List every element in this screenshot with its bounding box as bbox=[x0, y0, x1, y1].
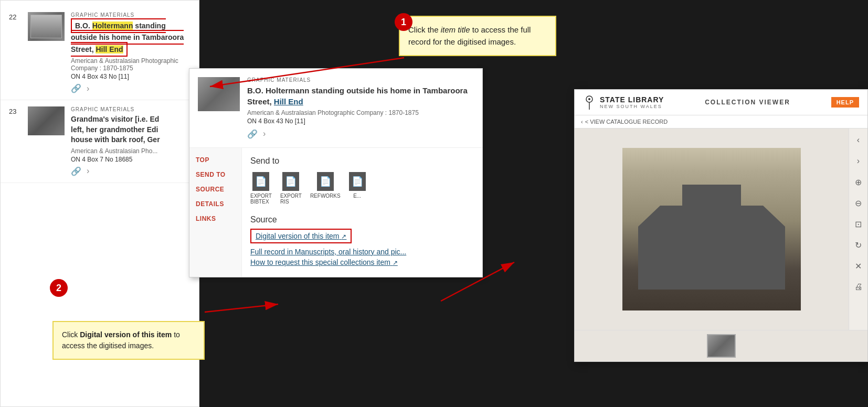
catalogue-header-actions: 🔗 › bbox=[247, 129, 474, 139]
catalogue-header: GRAPHIC MATERIALS B.O. Holtermann standi… bbox=[189, 69, 482, 148]
search-result-22: 22 GRAPHIC MATERIALS B.O. Holtermann sta… bbox=[1, 6, 199, 100]
chevron-icon-23[interactable]: › bbox=[87, 166, 89, 176]
catalogue-title-link[interactable]: Hill End bbox=[274, 97, 303, 106]
request-item-link[interactable]: How to request this special collections … bbox=[250, 258, 474, 266]
nav-source[interactable]: SOURCE bbox=[196, 186, 235, 193]
export-ris-icon: 📄 bbox=[282, 172, 299, 191]
result-title-23[interactable]: Grandma's visitor [i.e. Edleft, her gran… bbox=[71, 114, 190, 145]
search-result-23: 23 GRAPHIC MATERIALS Grandma's visitor [… bbox=[1, 100, 199, 183]
source-title: Source bbox=[250, 215, 474, 224]
print-button[interactable]: 🖨 bbox=[851, 280, 866, 294]
nav-top[interactable]: TOP bbox=[196, 156, 235, 164]
annotation-number-1: 1 bbox=[395, 13, 412, 31]
result-call-23: ON 4 Box 7 No 18685 bbox=[71, 156, 190, 163]
send-to-title: Send to bbox=[250, 156, 474, 166]
refworks-label: REFWORKS bbox=[310, 193, 341, 199]
result-title-text-22[interactable]: B.O. Holtermann standing outside his hom… bbox=[71, 18, 184, 57]
result-meta-23: American & Australasian Pho... bbox=[71, 147, 190, 155]
full-record-link[interactable]: Full record in Manuscripts, oral history… bbox=[250, 248, 474, 256]
nav-send-to[interactable]: SEND TO bbox=[196, 171, 235, 178]
email-item[interactable]: 📄 E... bbox=[349, 172, 366, 205]
external-link-icon: ↗ bbox=[341, 233, 346, 240]
rotate-button[interactable]: ↻ bbox=[851, 238, 866, 252]
viewer-main-image bbox=[622, 148, 801, 310]
digital-version-text: Digital version of this item bbox=[256, 232, 340, 240]
thumbnail-strip-item[interactable] bbox=[707, 334, 736, 358]
result-title-22[interactable]: B.O. Holtermann standing outside his hom… bbox=[71, 20, 190, 55]
zoom-in-button[interactable]: ⊕ bbox=[851, 175, 866, 189]
catalogue-title: B.O. Holtermann standing outside his hom… bbox=[247, 85, 474, 107]
prev-page-button[interactable]: ‹ bbox=[851, 133, 866, 147]
nav-details[interactable]: DETAILS bbox=[196, 200, 235, 208]
viewer-breadcrumb[interactable]: ‹ < VIEW CATALOGUE RECORD bbox=[575, 115, 867, 128]
chevron-icon-22[interactable]: › bbox=[87, 84, 89, 93]
catalogue-thumbnail bbox=[198, 77, 240, 111]
annotation-1-text: Click the item title to access the full … bbox=[408, 25, 531, 46]
viewer-image-area bbox=[575, 128, 849, 330]
annotation-2-text: Click Digital version of this item to ac… bbox=[62, 330, 180, 350]
annotation-number-2: 2 bbox=[50, 279, 68, 297]
zoom-out-button[interactable]: ⊖ bbox=[851, 196, 866, 210]
result-content-23: GRAPHIC MATERIALS Grandma's visitor [i.e… bbox=[71, 106, 190, 176]
logo-icon bbox=[583, 95, 596, 110]
catalogue-popup: GRAPHIC MATERIALS B.O. Holtermann standi… bbox=[189, 68, 483, 277]
catalogue-link-icon[interactable]: 🔗 bbox=[247, 129, 258, 139]
full-record-text: Full record in Manuscripts, oral history… bbox=[250, 248, 406, 256]
breadcrumb-text: < VIEW CATALOGUE RECORD bbox=[585, 119, 668, 125]
result-actions-23: 🔗 › bbox=[71, 166, 190, 176]
result-call-22: ON 4 Box 43 No [11] bbox=[71, 73, 190, 80]
export-bibtex-item[interactable]: 📄 EXPORTBIBTEX bbox=[250, 172, 272, 205]
refworks-icon: 📄 bbox=[317, 172, 334, 191]
catalogue-chevron-icon[interactable]: › bbox=[263, 129, 266, 139]
result-meta-22: American & Australasian Photographic Com… bbox=[71, 57, 190, 72]
send-to-icons: 📄 EXPORTBIBTEX 📄 EXPORTRIS 📄 REFWORKS 📄 … bbox=[250, 172, 474, 205]
request-external-icon: ↗ bbox=[393, 259, 398, 266]
house-silhouette bbox=[638, 185, 785, 290]
catalogue-main-content: Send to 📄 EXPORTBIBTEX 📄 EXPORTRIS 📄 REF… bbox=[242, 148, 482, 277]
email-icon: 📄 bbox=[349, 172, 366, 191]
link-icon-23[interactable]: 🔗 bbox=[71, 166, 81, 176]
catalogue-call: ON 4 Box 43 No [11] bbox=[247, 117, 474, 125]
catalogue-nav-sidebar: TOP SEND TO SOURCE DETAILS LINKS bbox=[189, 148, 242, 277]
export-bibtex-icon: 📄 bbox=[252, 172, 269, 191]
next-page-button[interactable]: › bbox=[851, 154, 866, 168]
result-category-22: GRAPHIC MATERIALS bbox=[71, 12, 190, 18]
digital-version-link[interactable]: Digital version of this item ↗ bbox=[250, 229, 352, 243]
catalogue-body: TOP SEND TO SOURCE DETAILS LINKS Send to… bbox=[189, 148, 482, 277]
help-button[interactable]: HELP bbox=[831, 97, 859, 108]
annotation-bubble-2: Click Digital version of this item to ac… bbox=[52, 321, 205, 360]
result-thumbnail-22 bbox=[28, 12, 65, 41]
logo-text: STATE LIBRARY NEW SOUTH WALES bbox=[600, 95, 664, 109]
request-item-text: How to request this special collections … bbox=[250, 258, 390, 266]
result-category-23: GRAPHIC MATERIALS bbox=[71, 106, 190, 112]
viewer-toolbar: ‹ › ⊕ ⊖ ⊡ ↻ ✕ 🖨 bbox=[849, 128, 867, 330]
fit-button[interactable]: ⊡ bbox=[851, 217, 866, 231]
result-actions-22: 🔗 › bbox=[71, 83, 190, 93]
library-title: STATE LIBRARY bbox=[600, 95, 664, 104]
export-ris-item[interactable]: 📄 EXPORTRIS bbox=[280, 172, 302, 205]
state-library-logo: STATE LIBRARY NEW SOUTH WALES bbox=[583, 95, 664, 110]
export-bibtex-label: EXPORTBIBTEX bbox=[250, 193, 272, 205]
svg-line-5 bbox=[205, 304, 278, 312]
svg-point-1 bbox=[588, 98, 590, 100]
result-thumbnail-23 bbox=[28, 106, 65, 135]
link-icon-22[interactable]: 🔗 bbox=[71, 83, 81, 93]
close-button[interactable]: ✕ bbox=[851, 259, 866, 273]
viewer-footer bbox=[575, 330, 867, 361]
export-ris-label: EXPORTRIS bbox=[280, 193, 302, 205]
highlight-hill-end: Hill End bbox=[96, 45, 123, 53]
catalogue-category: GRAPHIC MATERIALS bbox=[247, 77, 474, 83]
result-title-text-23: Grandma's visitor [i.e. Edleft, her gran… bbox=[71, 115, 160, 144]
result-number-23: 23 bbox=[9, 108, 22, 115]
breadcrumb-arrow-icon: ‹ bbox=[581, 119, 583, 125]
catalogue-info: GRAPHIC MATERIALS B.O. Holtermann standi… bbox=[247, 77, 474, 139]
viewer-title-text: COLLECTION VIEWER bbox=[705, 99, 790, 106]
collection-viewer: STATE LIBRARY NEW SOUTH WALES COLLECTION… bbox=[574, 89, 868, 362]
nav-links[interactable]: LINKS bbox=[196, 215, 235, 222]
library-subtitle: NEW SOUTH WALES bbox=[600, 104, 664, 109]
highlight-holtermann: Holtermann bbox=[92, 22, 133, 30]
viewer-content: ‹ › ⊕ ⊖ ⊡ ↻ ✕ 🖨 bbox=[575, 128, 867, 330]
result-content-22: GRAPHIC MATERIALS B.O. Holtermann standi… bbox=[71, 12, 190, 93]
catalogue-meta: American & Australasian Photographic Com… bbox=[247, 109, 474, 116]
refworks-item[interactable]: 📄 REFWORKS bbox=[310, 172, 341, 205]
